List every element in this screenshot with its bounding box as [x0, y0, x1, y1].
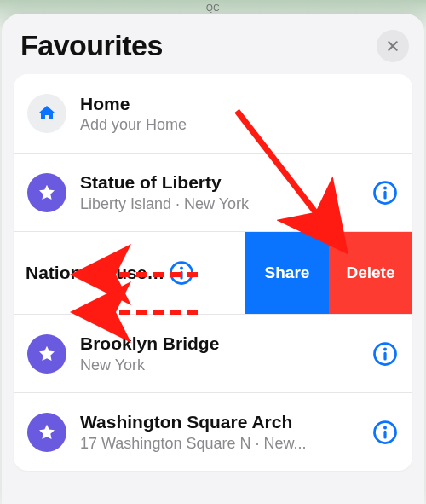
list-item-subtitle: Add your Home — [80, 116, 399, 134]
star-icon — [27, 413, 66, 452]
svg-rect-11 — [383, 430, 386, 438]
list-item-subtitle: New York — [80, 356, 365, 374]
info-button[interactable] — [371, 419, 399, 446]
list-item-subtitle: Liberty Island · New York — [80, 195, 365, 213]
list-item-title: Brooklyn Bridge — [80, 333, 365, 354]
svg-rect-5 — [181, 271, 183, 280]
list-item-title: Home — [80, 93, 399, 114]
list-item-title: National Muse… — [26, 263, 164, 283]
svg-point-1 — [383, 186, 387, 189]
list-item-swiped[interactable]: National Muse… Share Delete — [14, 231, 412, 314]
share-button[interactable]: Share — [245, 232, 329, 314]
close-button[interactable] — [377, 30, 409, 62]
list-item[interactable]: Brooklyn Bridge New York — [14, 314, 412, 392]
close-icon — [386, 39, 400, 53]
info-button[interactable] — [371, 179, 399, 206]
svg-rect-8 — [383, 351, 386, 360]
svg-point-7 — [383, 347, 387, 350]
star-icon — [27, 173, 66, 212]
list-item-title: Washington Square Arch — [80, 411, 365, 432]
favourites-sheet: Favourites Home Add your Home — [2, 14, 424, 504]
delete-button[interactable]: Delete — [329, 232, 412, 314]
favourites-list: Home Add your Home Statue of Liberty Lib… — [14, 74, 412, 471]
list-item-title: Statue of Liberty — [80, 171, 365, 193]
svg-point-4 — [180, 267, 183, 270]
info-button[interactable] — [168, 259, 195, 287]
home-icon — [27, 94, 66, 133]
svg-point-10 — [383, 426, 387, 429]
map-region-label: QC — [206, 3, 220, 13]
list-item-subtitle: 17 Washington Square N · New... — [80, 435, 365, 453]
info-button[interactable] — [371, 340, 399, 368]
page-title: Favourites — [20, 29, 163, 62]
list-item-home[interactable]: Home Add your Home — [14, 74, 412, 153]
list-item[interactable]: Washington Square Arch 17 Washington Squ… — [14, 392, 412, 471]
svg-rect-2 — [383, 190, 386, 199]
star-icon — [27, 334, 66, 374]
list-item[interactable]: Statue of Liberty Liberty Island · New Y… — [14, 153, 412, 231]
